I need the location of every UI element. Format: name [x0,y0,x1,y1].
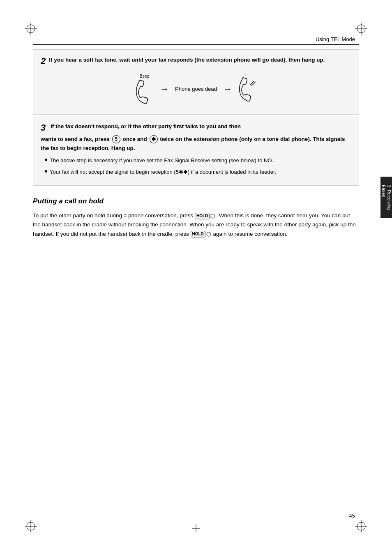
hold-key-1: HOLD [195,213,210,219]
bullet-item-1: The above step is necessary if you have … [45,157,351,165]
phone-handset-1 [135,79,154,104]
step3-box: 3 If the fax doesn't respond, or if the … [33,116,359,186]
reg-mark-bottom-right [355,520,367,532]
reg-mark-bottom-center [192,524,200,532]
step2-box: 2 If you hear a soft fax tone, wait unti… [33,49,359,115]
svg-point-17 [207,232,211,236]
twice-text: twice on the extension phone (only on a … [41,136,345,151]
bullet-text-2: Your fax will not accept the signal to b… [50,168,276,176]
bullet-text-1: The above step is necessary if you have … [50,157,273,165]
hold-icon-1 [210,213,216,219]
svg-point-16 [211,214,215,218]
side-tab-text: 3. ReceivingFaxes [381,185,392,210]
key-5: 5 [112,135,120,143]
hold-key-2: HOLD [191,231,205,237]
phone-handset-2 [238,77,257,101]
step3-header: 3 If the fax doesn't respond, or if the … [41,122,351,133]
hold-icon-2 [206,231,212,237]
arrow-2: → [223,84,232,94]
phone-dead-label: Phone goes dead [175,86,217,92]
bullet-item-2: Your fax will not accept the signal to b… [45,168,351,176]
page-title: Using TEL Mode [316,36,355,42]
phone-hangup-col [238,77,257,101]
phone-beep-col: Beep [135,74,154,104]
reg-mark-top-right [355,23,367,35]
step2-illustration: Beep → Phone goes dead → [41,74,351,104]
once-and-text: once and [123,136,149,142]
bullet-list: The above step is necessary if you have … [41,157,351,176]
main-content: 2 If you hear a soft fax tone, wait unti… [33,49,359,506]
page-number: 45 [349,513,355,519]
arrow-1: → [160,84,169,94]
step2-header: 2 If you hear a soft fax tone, wait unti… [41,56,351,67]
header-rule [33,44,359,45]
hold-section-body: To put the other party on hold during a … [33,211,359,239]
step3-text-part1: If the fax doesn't respond, or if the ot… [49,122,241,131]
bullet-dot-2 [45,170,47,173]
step2-number: 2 [41,56,46,67]
beep-label: Beep [140,74,149,78]
reg-mark-bottom-left [25,520,37,532]
step2-text: If you hear a soft fax tone, wait until … [49,56,325,64]
key-star: ✱ [150,135,158,143]
step3-body: wants to send a fax, press 5 once and ✱ … [41,135,351,152]
reg-mark-top-left [25,23,37,35]
bullet-dot-1 [45,159,47,161]
hold-section-title: Putting a call on hold [33,197,359,205]
side-tab: 3. ReceivingFaxes [380,177,392,218]
step3-number: 3 [41,122,46,133]
